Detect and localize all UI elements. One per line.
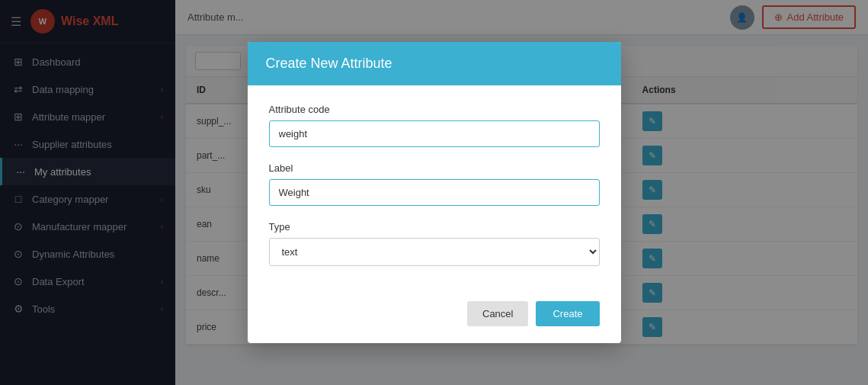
cancel-button[interactable]: Cancel [467,301,528,326]
type-group: Type textnumberbooleandate [269,221,600,266]
attribute-code-group: Attribute code [269,104,600,147]
type-select[interactable]: textnumberbooleandate [269,238,600,266]
label-input[interactable] [269,179,600,206]
attribute-code-label: Attribute code [269,104,600,115]
type-label: Type [269,221,600,233]
label-group: Label [269,162,600,206]
modal-title: Create New Attribute [266,56,392,71]
modal-header: Create New Attribute [248,42,621,85]
create-button[interactable]: Create [536,301,599,326]
create-attribute-modal: Create New Attribute Attribute code Labe… [248,42,621,343]
label-label: Label [269,162,600,174]
modal-body: Attribute code Label Type textnumberbool… [248,85,621,294]
modal-footer: Cancel Create [248,294,621,343]
modal-overlay: Create New Attribute Attribute code Labe… [0,0,868,385]
attribute-code-input[interactable] [269,120,600,147]
